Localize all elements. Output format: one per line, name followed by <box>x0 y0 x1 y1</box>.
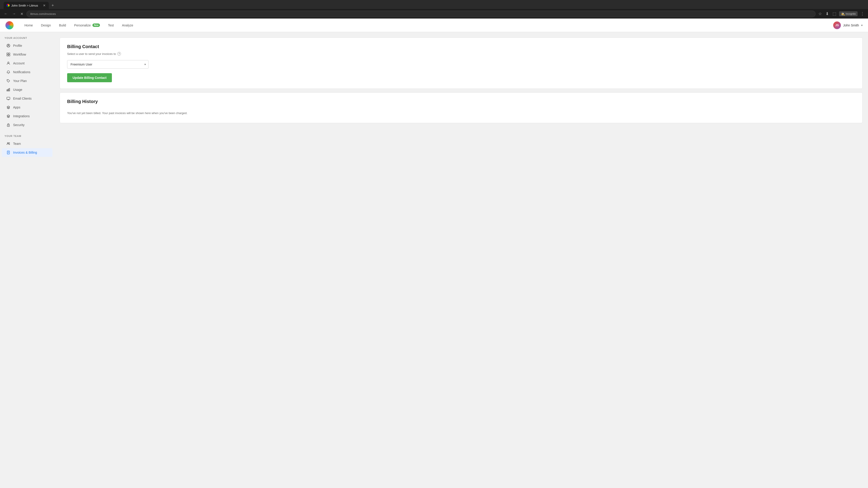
nav-item-design-label: Design <box>41 24 51 27</box>
billing-contact-subtitle-text: Select a user to send your invoices to <box>67 52 116 56</box>
incognito-badge: 🕵 Incognito <box>839 11 858 16</box>
main-content: Billing Contact Select a user to send yo… <box>54 32 868 488</box>
nav-item-personalize[interactable]: Personalize New <box>70 22 103 29</box>
svg-rect-8 <box>7 90 7 91</box>
help-icon[interactable]: ? <box>117 52 121 56</box>
sidebar-item-profile-label: Profile <box>13 44 22 47</box>
svg-point-14 <box>7 142 8 144</box>
user-menu-chevron: ▾ <box>861 24 863 27</box>
nav-item-personalize-label: Personalize <box>74 24 91 27</box>
page-layout: YOUR ACCOUNT Profile Workflow <box>0 32 868 488</box>
billing-contact-card: Billing Contact Select a user to send yo… <box>60 37 863 89</box>
billing-contact-subtitle: Select a user to send your invoices to ? <box>67 52 855 56</box>
nav-actions: ☆ ⬇ ⬚ 🕵 Incognito ⋮ <box>817 10 865 17</box>
nav-item-build[interactable]: Build <box>55 22 70 29</box>
sidebar-item-your-plan[interactable]: Your Plan <box>2 76 53 85</box>
app-header: Home Design Build Personalize New Test A… <box>0 19 868 32</box>
sidebar-item-profile[interactable]: Profile <box>2 41 53 50</box>
nav-item-test-label: Test <box>108 24 114 27</box>
sidebar: YOUR ACCOUNT Profile Workflow <box>0 32 54 488</box>
svg-point-15 <box>9 142 10 143</box>
sidebar-item-workflow-label: Workflow <box>13 53 26 56</box>
billing-contact-dropdown[interactable]: Freemium User John Smith ▾ <box>67 60 149 69</box>
svg-rect-3 <box>8 53 10 54</box>
sidebar-item-team-label: Team <box>13 142 21 145</box>
svg-point-1 <box>8 45 9 46</box>
personalize-badge: New <box>92 24 100 27</box>
layers-icon-integrations <box>6 114 10 118</box>
sidebar-item-apps[interactable]: Apps <box>2 103 53 111</box>
incognito-label: Incognito <box>846 12 856 15</box>
new-tab-button[interactable]: + <box>50 2 56 9</box>
address-bar[interactable]: litmus.com/invoices <box>26 11 815 17</box>
tab-bar: John Smith > Litmus ✕ + <box>0 0 868 9</box>
billing-history-card-body: Billing History You've not yet been bill… <box>60 93 862 123</box>
browser-nav: ← → ✕ litmus.com/invoices ☆ ⬇ ⬚ 🕵 Incogn… <box>0 9 868 19</box>
your-account-section-label: YOUR ACCOUNT <box>0 37 54 41</box>
sidebar-item-team[interactable]: Team <box>2 139 53 148</box>
billing-history-title: Billing History <box>67 99 855 104</box>
bell-icon <box>6 70 10 74</box>
incognito-icon: 🕵 <box>841 12 845 15</box>
download-button[interactable]: ⬇ <box>825 10 830 17</box>
svg-rect-10 <box>9 88 10 91</box>
nav-item-analyze[interactable]: Analyze <box>119 22 137 29</box>
sidebar-item-usage-label: Usage <box>13 88 22 92</box>
sidebar-item-account[interactable]: Account <box>2 59 53 68</box>
back-button[interactable]: ← <box>3 11 9 17</box>
app-logo[interactable] <box>5 21 13 29</box>
grid-icon <box>6 53 10 57</box>
reload-button[interactable]: ✕ <box>19 11 25 17</box>
sidebar-item-usage[interactable]: Usage <box>2 86 53 94</box>
svg-rect-2 <box>7 53 8 54</box>
svg-rect-11 <box>7 97 10 99</box>
billing-contact-title: Billing Contact <box>67 44 855 49</box>
billing-contact-select[interactable]: Freemium User John Smith <box>67 60 149 69</box>
svg-rect-9 <box>8 89 8 91</box>
billing-contact-card-body: Billing Contact Select a user to send yo… <box>60 38 862 89</box>
lock-icon <box>6 123 10 127</box>
browser-chrome: John Smith > Litmus ✕ + ← → ✕ litmus.com… <box>0 0 868 19</box>
user-circle-icon <box>6 43 10 48</box>
tag-icon <box>6 79 10 83</box>
tab-favicon <box>6 4 9 7</box>
nav-item-analyze-label: Analyze <box>122 24 133 27</box>
layers-icon-apps <box>6 105 10 109</box>
main-nav: Home Design Build Personalize New Test A… <box>21 22 833 29</box>
more-button[interactable]: ⋮ <box>860 10 865 17</box>
nav-item-build-label: Build <box>59 24 66 27</box>
nav-item-test[interactable]: Test <box>104 22 118 29</box>
forward-button[interactable]: → <box>11 11 17 17</box>
sidebar-item-your-plan-label: Your Plan <box>13 79 27 83</box>
tab-close-button[interactable]: ✕ <box>42 4 46 7</box>
person-icon <box>6 61 10 65</box>
monitor-icon <box>6 96 10 101</box>
sidebar-item-account-label: Account <box>13 61 25 65</box>
people-icon <box>6 142 10 146</box>
user-name: John Smith <box>843 24 859 27</box>
sidebar-item-invoices-billing-label: Invoices & Billing <box>13 151 37 154</box>
browser-tab[interactable]: John Smith > Litmus ✕ <box>4 2 49 9</box>
bookmark-button[interactable]: ☆ <box>817 10 823 17</box>
cast-button[interactable]: ⬚ <box>832 10 837 17</box>
address-text: litmus.com/invoices <box>30 12 56 15</box>
sidebar-item-email-clients[interactable]: Email Clients <box>2 94 53 103</box>
sidebar-item-integrations-label: Integrations <box>13 114 30 118</box>
nav-item-home[interactable]: Home <box>21 22 36 29</box>
document-icon <box>6 151 10 155</box>
svg-point-7 <box>7 80 8 80</box>
sidebar-item-security-label: Security <box>13 123 25 127</box>
update-billing-contact-button[interactable]: Update Billing Contact <box>67 73 112 82</box>
sidebar-item-notifications[interactable]: Notifications <box>2 68 53 76</box>
sidebar-item-notifications-label: Notifications <box>13 70 30 74</box>
svg-rect-5 <box>8 55 10 56</box>
sidebar-item-security[interactable]: Security <box>2 121 53 129</box>
user-menu[interactable]: JS John Smith ▾ <box>833 22 863 29</box>
sidebar-item-workflow[interactable]: Workflow <box>2 50 53 59</box>
bar-chart-icon <box>6 88 10 92</box>
nav-item-design[interactable]: Design <box>37 22 55 29</box>
svg-point-13 <box>8 125 9 126</box>
svg-point-6 <box>8 62 9 63</box>
sidebar-item-invoices-billing[interactable]: Invoices & Billing <box>2 148 53 157</box>
sidebar-item-integrations[interactable]: Integrations <box>2 112 53 121</box>
